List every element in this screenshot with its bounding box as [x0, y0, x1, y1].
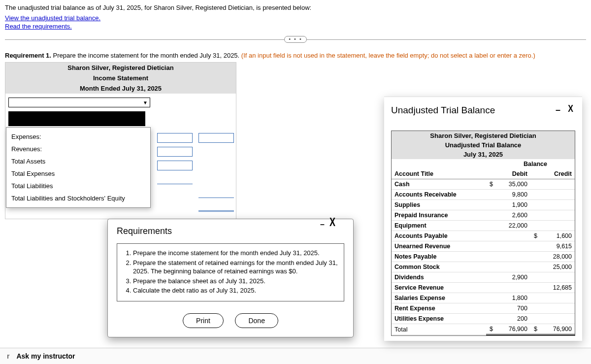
balance-header: Balance — [496, 159, 575, 169]
amount-input[interactable] — [198, 202, 234, 212]
link-view-trial-balance[interactable]: View the unadjusted trial balance. — [5, 14, 100, 22]
dropdown-option[interactable]: Total Expenses — [6, 167, 150, 180]
dropdown-option[interactable]: Expenses: — [6, 131, 150, 143]
close-icon[interactable]: X — [329, 216, 335, 229]
dropdown-highlight — [8, 111, 145, 126]
footer-r: r — [7, 352, 9, 360]
divider — [307, 39, 586, 40]
table-row: Accounts Payable$1,600 — [392, 231, 575, 241]
tb-date: July 31, 2025 — [392, 150, 575, 159]
requirement-item: Prepare the statement of retained earnin… — [133, 259, 338, 276]
requirement-item: Prepare the balance sheet as of July 31,… — [133, 277, 338, 286]
dropdown-option[interactable]: Total Liabilities — [6, 180, 150, 192]
amount-input[interactable] — [198, 188, 234, 198]
total-debit: 76,900 — [496, 324, 530, 335]
table-row: Service Revenue12,685 — [392, 283, 575, 293]
table-row: Prepaid Insurance2,600 — [392, 210, 575, 221]
table-row: Rent Expense700 — [392, 303, 575, 314]
table-row: Unearned Revenue9,615 — [392, 241, 575, 252]
table-row: Cash$35,000 — [392, 179, 575, 190]
dropdown-option[interactable]: Total Assets — [6, 155, 150, 167]
amount-input[interactable] — [157, 174, 193, 184]
tb-company: Sharon Silver, Registered Dietician — [392, 131, 575, 140]
requirements-title: Requirements — [117, 226, 344, 236]
amount-input[interactable] — [157, 147, 193, 157]
divider — [5, 39, 284, 40]
amount-input[interactable] — [198, 133, 234, 143]
link-read-requirements[interactable]: Read the requirements. — [5, 23, 72, 30]
section-label-dropdown[interactable]: ▼ — [8, 98, 150, 107]
minimize-icon[interactable]: – — [556, 105, 560, 115]
total-credit: 76,900 — [540, 324, 575, 335]
print-button[interactable]: Print — [183, 313, 224, 328]
col-account: Account Title — [392, 169, 486, 179]
table-row: Salaries Expense1,800 — [392, 293, 575, 303]
requirements-modal: – X Requirements Prepare the income stat… — [107, 219, 354, 337]
requirement-item: Prepare the income statement for the mon… — [133, 249, 338, 258]
stmt-period: Month Ended July 31, 2025 — [5, 83, 236, 94]
table-row: Accounts Receivable9,800 — [392, 190, 575, 200]
total-label: Total — [392, 324, 486, 335]
requirement-1-text: Requirement 1. Prepare the income statem… — [5, 52, 586, 59]
ask-instructor-link[interactable]: Ask my instructor — [16, 352, 75, 360]
table-row: Dividends2,900 — [392, 272, 575, 283]
col-debit: Debit — [496, 169, 530, 179]
table-row: Utilities Expense200 — [392, 314, 575, 324]
tb-subtitle: Unadjusted Trial Balance — [392, 140, 575, 150]
dropdown-listbox: Expenses: Revenues: Total Assets Total E… — [6, 127, 151, 208]
table-row: Equipment22,000 — [392, 221, 575, 231]
table-row: Common Stock25,000 — [392, 262, 575, 272]
done-button[interactable]: Done — [235, 313, 278, 328]
col-credit: Credit — [540, 169, 575, 179]
stmt-company: Sharon Silver, Registered Dietician — [5, 63, 236, 73]
dropdown-option[interactable]: Revenues: — [6, 143, 150, 155]
trial-balance-title: Unadjusted Trial Balance — [391, 105, 575, 116]
table-row: Notes Payable28,000 — [392, 252, 575, 262]
expand-button[interactable]: • • • — [284, 36, 307, 43]
minimize-icon[interactable]: – — [320, 220, 325, 229]
requirement-item: Calculate the debt ratio as of July 31, … — [133, 286, 338, 295]
amount-input[interactable] — [157, 133, 193, 143]
close-icon[interactable]: X — [568, 102, 573, 114]
amount-input[interactable] — [157, 161, 193, 170]
dropdown-option[interactable]: Total Liabilities and Stockholders' Equi… — [6, 192, 150, 204]
table-row: Supplies1,900 — [392, 200, 575, 210]
stmt-title: Income Statement — [5, 73, 236, 83]
intro-text: The unadjusted trial balance as of July … — [5, 4, 586, 11]
footer-bar: r Ask my instructor — [0, 348, 591, 364]
chevron-down-icon: ▼ — [143, 100, 148, 105]
trial-balance-modal: – X Unadjusted Trial Balance Sharon Silv… — [384, 97, 582, 341]
